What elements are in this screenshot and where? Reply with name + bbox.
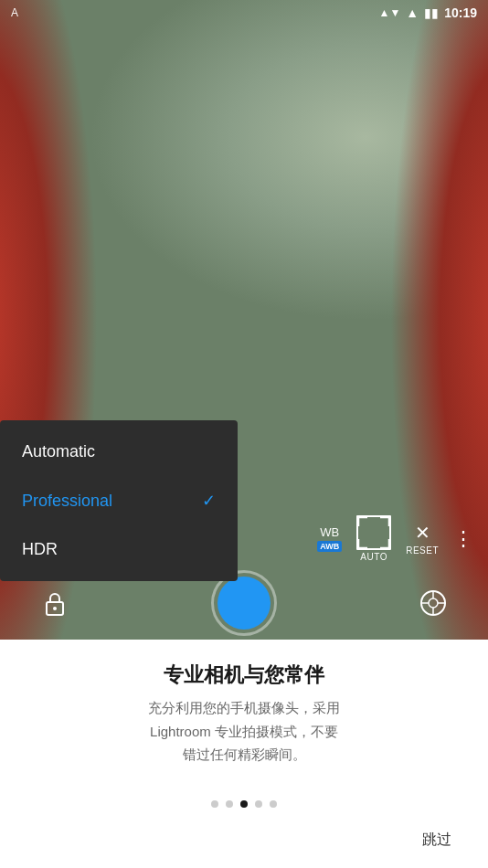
hdr-label: HDR: [22, 540, 58, 559]
svg-point-3: [429, 598, 438, 608]
status-bar: A ▲▼ ▲ ▮▮ 10:19: [0, 0, 488, 26]
automatic-label: Automatic: [22, 442, 95, 461]
time-display: 10:19: [444, 5, 477, 20]
sim-icon: A: [11, 6, 18, 19]
dot-1: [211, 800, 218, 808]
description-text: 充分利用您的手机摄像头，采用Lightroom 专业拍摄模式，不要错过任何精彩瞬…: [148, 696, 340, 767]
focus-bracket-icon: [356, 515, 391, 550]
camera-top-controls: WB AWB AUTO ✕ RESET ⋮: [317, 515, 473, 562]
close-icon: ✕: [415, 522, 430, 544]
battery-icon: ▮▮: [424, 5, 439, 20]
skip-button[interactable]: 跳过: [422, 831, 451, 850]
reset-label: RESET: [406, 545, 439, 556]
focus-control[interactable]: AUTO: [356, 515, 391, 562]
hdr-option[interactable]: HDR: [0, 525, 238, 574]
wb-label: WB: [320, 525, 339, 539]
pagination-dots: [211, 800, 277, 808]
svg-point-1: [53, 607, 57, 610]
bottom-content: 专业相机与您常伴 充分利用您的手机摄像头，采用Lightroom 专业拍摄模式，…: [148, 662, 340, 767]
signal-icon: ▲▼: [379, 6, 401, 19]
lens-icon[interactable]: [415, 585, 451, 621]
dot-4: [255, 800, 262, 808]
bottom-section: 专业相机与您常伴 充分利用您的手机摄像头，采用Lightroom 专业拍摄模式，…: [0, 640, 488, 868]
mode-dropdown: Automatic Professional ✓ HDR: [0, 420, 238, 581]
wb-badge: AWB: [317, 541, 342, 552]
professional-label: Professional: [22, 492, 112, 511]
automatic-option[interactable]: Automatic: [0, 428, 238, 476]
reset-control[interactable]: ✕ RESET: [406, 522, 439, 556]
professional-option[interactable]: Professional ✓: [0, 476, 238, 525]
bottom-navigation: 跳过: [37, 831, 451, 850]
wb-control[interactable]: WB AWB: [317, 525, 342, 552]
dot-2: [226, 800, 233, 808]
status-right: ▲▼ ▲ ▮▮ 10:19: [379, 5, 477, 20]
lock-icon[interactable]: [37, 585, 73, 621]
selected-checkmark: ✓: [202, 491, 216, 511]
main-title: 专业相机与您常伴: [164, 662, 324, 689]
dot-3-active: [240, 800, 248, 808]
shutter-inner: [217, 577, 271, 630]
more-options-button[interactable]: ⋮: [453, 527, 473, 551]
wifi-icon: ▲: [406, 5, 419, 20]
auto-label: AUTO: [360, 552, 387, 562]
dot-5: [270, 800, 277, 808]
status-left: A: [11, 6, 18, 19]
